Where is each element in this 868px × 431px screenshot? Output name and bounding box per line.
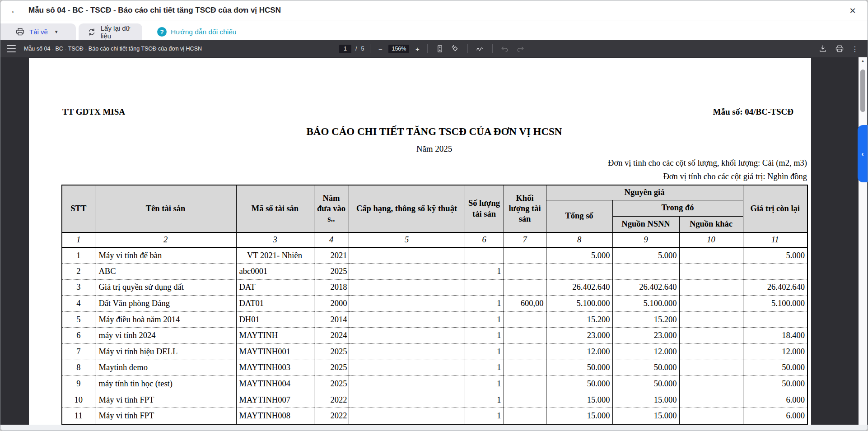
table-row: 6máy vi tính 2024MAYTINH2024123.00023.00… bbox=[62, 328, 807, 344]
table-row: 4Đất Văn phòng ĐảngDAT0120001600,005.100… bbox=[62, 296, 807, 312]
table-cell bbox=[679, 328, 743, 344]
col-header-tong-so: Tổng số bbox=[546, 200, 612, 232]
table-cell: 50.000 bbox=[743, 376, 807, 392]
print-icon[interactable] bbox=[835, 44, 845, 54]
printer-icon bbox=[15, 27, 25, 37]
guide-link[interactable]: ? Hướng dẫn đối chiếu bbox=[157, 23, 237, 40]
chevron-down-icon[interactable]: ▼ bbox=[54, 29, 59, 34]
table-cell: 2014 bbox=[314, 311, 349, 328]
table-cell: 15.000 bbox=[546, 408, 612, 424]
table-cell: 2025 bbox=[314, 360, 349, 376]
table-cell: MAYTINH003 bbox=[236, 360, 314, 376]
table-cell: 10 bbox=[62, 392, 95, 408]
table-cell bbox=[679, 264, 743, 280]
table-cell: 5.100.000 bbox=[612, 296, 679, 312]
table-cell: Máy vi tính FPT bbox=[95, 392, 236, 408]
ink-annotation-icon[interactable] bbox=[475, 44, 485, 54]
col-header-cap-hang: Cấp hạng, thông số kỹ thuật bbox=[349, 185, 465, 232]
table-cell bbox=[612, 264, 679, 280]
zoom-in-button[interactable]: + bbox=[413, 45, 421, 53]
undo-icon[interactable] bbox=[500, 44, 510, 54]
table-cell: 6.000 bbox=[743, 392, 807, 408]
table-cell bbox=[465, 279, 504, 296]
col-header-khoi-luong: Khối lượng tài sản bbox=[504, 185, 546, 232]
column-number-row: 1234567891011 bbox=[62, 232, 807, 247]
pdf-tools bbox=[435, 40, 525, 57]
table-cell: Giá trị quyền sử dụng đất bbox=[95, 279, 236, 296]
zoom-level[interactable]: 156% bbox=[388, 45, 409, 53]
back-button[interactable]: ← bbox=[7, 2, 23, 19]
more-options-icon[interactable]: ⋮ bbox=[851, 45, 859, 53]
table-cell: 2022 bbox=[314, 408, 349, 424]
download-button[interactable]: Tải về ▼ bbox=[0, 23, 76, 40]
table-cell bbox=[679, 344, 743, 360]
table-cell bbox=[504, 376, 546, 392]
table-row: 8Maytinh demoMAYTINH0032025150.00050.000… bbox=[62, 360, 807, 376]
table-cell: 5.100.000 bbox=[743, 296, 807, 312]
table-cell: 1 bbox=[465, 296, 504, 312]
table-cell bbox=[504, 344, 546, 360]
table-cell: 2025 bbox=[314, 264, 349, 280]
table-cell bbox=[349, 311, 465, 328]
form-number: Mẫu số: 04/BC-TSCĐ bbox=[713, 107, 793, 117]
unit-note-value: Đơn vị tính cho các cột giá trị: Nghìn đ… bbox=[663, 172, 807, 181]
vertical-scrollbar[interactable]: ▲ bbox=[859, 57, 867, 426]
table-cell: 2018 bbox=[314, 279, 349, 296]
refresh-data-button[interactable]: Lấy lại dữ liệu bbox=[79, 23, 142, 40]
table-cell bbox=[743, 264, 807, 280]
download-icon[interactable] bbox=[818, 44, 828, 54]
side-panel-toggle[interactable]: ‹ bbox=[858, 125, 868, 182]
redo-icon[interactable] bbox=[515, 44, 525, 54]
page-number-input[interactable]: 1 bbox=[339, 45, 351, 53]
table-cell: 15.200 bbox=[612, 311, 679, 328]
table-cell: Đất Văn phòng Đảng bbox=[95, 296, 236, 312]
table-cell: ABC bbox=[95, 264, 236, 280]
table-cell: 15.000 bbox=[612, 392, 679, 408]
app-header: ← Mẫu số 04 - BC - TSCĐ - Báo cáo chi ti… bbox=[0, 0, 868, 20]
scroll-up-icon[interactable]: ▲ bbox=[859, 59, 867, 63]
divider bbox=[427, 44, 428, 53]
table-cell bbox=[349, 376, 465, 392]
col-header-nguyen-gia: Nguyên giá bbox=[546, 185, 743, 200]
table-cell: MAYTINH007 bbox=[236, 392, 314, 408]
col-header-nam: Năm đưa vào s.. bbox=[314, 185, 349, 232]
page-separator: / bbox=[355, 46, 357, 52]
pdf-doc-title: Mẫu số 04 - BC - TSCĐ - Báo cáo chi tiết… bbox=[24, 40, 202, 57]
col-header-ma: Mã số tài sản bbox=[236, 185, 314, 232]
table-cell: 15.000 bbox=[546, 392, 612, 408]
table-cell: 1 bbox=[465, 311, 504, 328]
table-cell: 3 bbox=[62, 279, 95, 296]
table-row: 7Máy vi tính hiệu DELLMAYTINH0012025112.… bbox=[62, 344, 807, 360]
table-cell bbox=[349, 360, 465, 376]
table-cell bbox=[504, 279, 546, 296]
column-number: 5 bbox=[349, 232, 465, 247]
table-cell bbox=[504, 392, 546, 408]
table-cell bbox=[349, 392, 465, 408]
document-page: TT GDTX MISA Mẫu số: 04/BC-TSCĐ BÁO CÁO … bbox=[29, 58, 811, 426]
table-row: 1Máy vi tính để bànVT 2021- Nhiên20215.0… bbox=[62, 247, 807, 264]
table-cell: 1 bbox=[62, 247, 95, 264]
table-cell bbox=[504, 408, 546, 424]
table-cell: 26.402.640 bbox=[612, 279, 679, 296]
rotate-icon[interactable] bbox=[450, 44, 460, 54]
horizontal-scrollbar[interactable] bbox=[0, 425, 868, 431]
table-cell: MAYTINH bbox=[236, 328, 314, 344]
table-cell: 50.000 bbox=[612, 360, 679, 376]
table-cell: VT 2021- Nhiên bbox=[236, 247, 314, 264]
scrollbar-thumb[interactable] bbox=[860, 70, 865, 112]
close-button[interactable]: ✕ bbox=[847, 5, 859, 17]
table-cell: 1 bbox=[465, 344, 504, 360]
table-cell bbox=[679, 360, 743, 376]
table-cell: 1 bbox=[465, 376, 504, 392]
table-cell: 15.000 bbox=[612, 408, 679, 424]
fit-page-icon[interactable] bbox=[435, 44, 445, 54]
divider bbox=[492, 44, 493, 53]
table-cell: MAYTINH004 bbox=[236, 376, 314, 392]
menu-icon[interactable] bbox=[7, 45, 16, 52]
table-cell: 2021 bbox=[314, 247, 349, 264]
zoom-out-button[interactable]: − bbox=[376, 45, 384, 53]
column-number: 11 bbox=[743, 232, 807, 247]
col-header-stt: STT bbox=[62, 185, 95, 232]
table-cell: 23.000 bbox=[546, 328, 612, 344]
column-number: 4 bbox=[314, 232, 349, 247]
